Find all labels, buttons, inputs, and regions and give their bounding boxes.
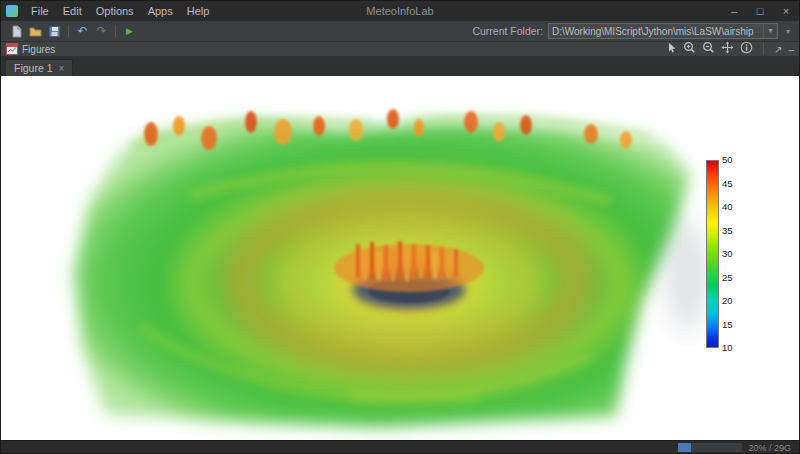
save-disk-icon	[48, 25, 61, 38]
memory-indicator-bar[interactable]	[678, 443, 742, 452]
redo-button[interactable]: ↷	[92, 23, 111, 40]
figures-panel-header: Figures ↗ –	[1, 42, 799, 57]
menu-edit[interactable]: Edit	[56, 5, 89, 17]
new-file-icon	[10, 25, 23, 38]
colorbar-tick: 45	[722, 180, 733, 188]
tab-close-icon[interactable]: ×	[59, 63, 65, 74]
undo-button[interactable]: ↶	[73, 23, 92, 40]
hurricane-volume-plot	[51, 106, 731, 440]
colorbar-tick: 35	[722, 227, 733, 235]
zoom-out-button[interactable]	[702, 40, 715, 58]
title-bar: File Edit Options Apps Help MeteoInfoLab…	[1, 1, 799, 21]
info-button[interactable]	[740, 40, 753, 58]
colorbar: 50 45 40 35 30 25 20 15 10	[706, 160, 733, 352]
menu-file[interactable]: File	[24, 5, 56, 17]
save-button[interactable]	[45, 23, 64, 40]
figure-canvas[interactable]: 50 45 40 35 30 25 20 15 10	[1, 76, 799, 440]
move-icon	[721, 41, 734, 54]
toolbar-separator	[68, 25, 69, 37]
run-script-button[interactable]: ▶	[120, 23, 139, 40]
select-pointer-button[interactable]	[666, 40, 677, 58]
meteoinfolab-window: File Edit Options Apps Help MeteoInfoLab…	[0, 0, 800, 454]
open-folder-icon	[29, 25, 42, 38]
zoom-out-icon	[702, 41, 715, 54]
colorbar-tick: 20	[722, 297, 733, 305]
colorbar-tick: 40	[722, 203, 733, 211]
current-folder-combobox[interactable]: ▾	[548, 23, 778, 39]
current-folder-input[interactable]	[549, 26, 763, 37]
pointer-icon	[666, 42, 677, 54]
figure-tab-bar: Figure 1 ×	[1, 57, 799, 76]
menu-apps[interactable]: Apps	[141, 5, 180, 17]
app-logo-icon	[6, 5, 18, 17]
window-controls: – □ ×	[721, 1, 799, 21]
figures-panel-title: Figures	[22, 44, 55, 55]
open-button[interactable]	[26, 23, 45, 40]
float-panel-button[interactable]: ↗	[774, 42, 782, 57]
minimize-button[interactable]: –	[721, 1, 747, 21]
colorbar-tick: 25	[722, 274, 733, 282]
zoom-in-icon	[683, 41, 696, 54]
figure-toolbar: ↗ –	[666, 40, 794, 58]
current-folder-label: Current Folder:	[472, 25, 543, 37]
colorbar-labels: 50 45 40 35 30 25 20 15 10	[722, 156, 733, 352]
close-button[interactable]: ×	[773, 1, 799, 21]
toolbar-separator	[115, 25, 116, 37]
minimize-panel-button[interactable]: –	[788, 42, 794, 57]
tab-label: Figure 1	[14, 62, 53, 74]
current-folder-section: Current Folder: ▾ ▾	[472, 23, 793, 39]
memory-indicator-fill	[678, 443, 691, 452]
pan-button[interactable]	[721, 40, 734, 58]
menu-help[interactable]: Help	[180, 5, 217, 17]
menu-bar: File Edit Options Apps Help	[24, 5, 216, 17]
colorbar-gradient	[706, 160, 719, 348]
info-icon	[740, 41, 753, 54]
colorbar-tick: 30	[722, 250, 733, 258]
figures-panel-icon	[6, 43, 18, 55]
figure-toolbar-separator	[763, 43, 764, 55]
colorbar-tick: 10	[722, 344, 733, 352]
colorbar-tick: 50	[722, 156, 733, 164]
menu-options[interactable]: Options	[89, 5, 141, 17]
colorbar-tick: 15	[722, 321, 733, 329]
memory-usage-text[interactable]: 20% / 29G	[748, 443, 791, 453]
new-script-button[interactable]	[7, 23, 26, 40]
tab-figure-1[interactable]: Figure 1 ×	[5, 59, 73, 76]
combo-dropdown-icon[interactable]: ▾	[763, 24, 777, 38]
status-bar: 20% / 29G	[1, 440, 799, 454]
toolbar-overflow-chevron-icon[interactable]: ▾	[783, 27, 793, 36]
main-toolbar: ↶ ↷ ▶ Current Folder: ▾ ▾	[1, 21, 799, 42]
maximize-button[interactable]: □	[747, 1, 773, 21]
zoom-in-button[interactable]	[683, 40, 696, 58]
